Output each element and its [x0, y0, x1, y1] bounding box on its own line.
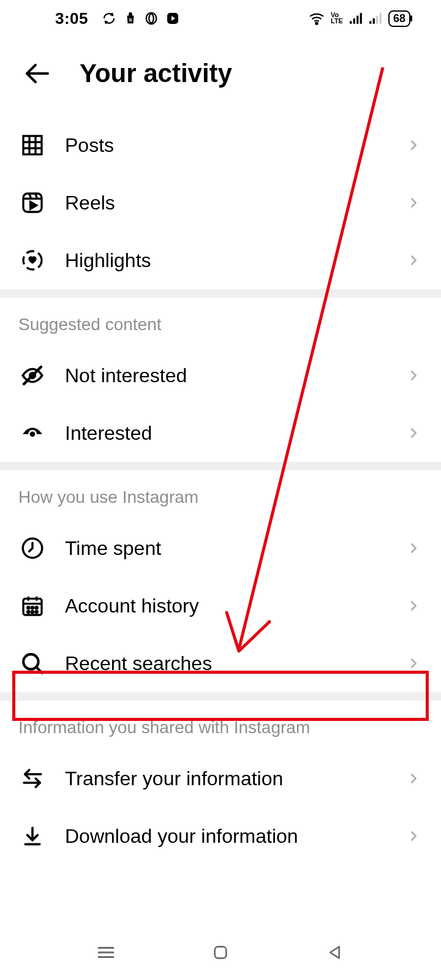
row-label-time-spent: Time spent [65, 537, 386, 560]
svg-point-38 [28, 611, 29, 612]
row-highlights[interactable]: Highlights [0, 232, 441, 289]
status-bar: 3:05 s [0, 0, 441, 37]
section-suggested: Suggested content Not interested Interes… [0, 298, 441, 462]
eye-icon [18, 419, 47, 447]
row-time-spent[interactable]: Time spent [0, 519, 441, 577]
highlights-icon [18, 246, 47, 274]
svg-point-36 [31, 607, 33, 609]
eye-off-icon [18, 361, 47, 390]
battery-icon: 68 [388, 10, 410, 27]
svg-rect-7 [353, 18, 355, 24]
svg-rect-11 [373, 18, 375, 24]
chevron-right-icon [404, 136, 423, 154]
row-download-info[interactable]: Download your information [0, 807, 441, 865]
svg-marker-24 [31, 202, 37, 209]
row-label-account-history: Account history [65, 595, 386, 617]
status-right: VoLTE 68 [309, 10, 410, 27]
calendar-icon [18, 592, 47, 620]
svg-rect-9 [360, 13, 362, 24]
reels-icon [18, 189, 47, 217]
chevron-right-icon [404, 194, 423, 212]
row-label-download: Download your information [65, 825, 386, 848]
screen-header: Your activity [0, 37, 441, 116]
play-app-icon [165, 11, 180, 26]
back-button[interactable] [18, 55, 55, 92]
svg-rect-6 [350, 21, 352, 23]
row-label-reels: Reels [65, 192, 386, 214]
section-header-suggested: Suggested content [0, 298, 441, 347]
row-label-transfer: Transfer your information [65, 767, 386, 790]
row-interested[interactable]: Interested [0, 404, 441, 462]
chevron-right-icon [404, 424, 423, 442]
section-content: Posts Reels Highlights [0, 116, 441, 289]
volte-icon: VoLTE [331, 12, 343, 24]
row-label-posts: Posts [65, 134, 386, 157]
row-label-recent-searches: Recent searches [65, 652, 386, 675]
section-usage: How you use Instagram Time spent Account… [0, 470, 441, 692]
shopping-bag-icon: s [124, 12, 137, 25]
section-divider [0, 692, 441, 701]
section-header-shared: Information you shared with Instagram [0, 701, 441, 750]
chevron-right-icon [404, 769, 423, 788]
nav-back-button[interactable] [320, 937, 350, 968]
page-title: Your activity [80, 59, 232, 88]
row-label-highlights: Highlights [65, 249, 386, 272]
svg-rect-51 [215, 947, 227, 959]
row-posts[interactable]: Posts [0, 116, 441, 174]
wifi-icon [309, 12, 325, 25]
transfer-icon [18, 764, 47, 793]
svg-rect-13 [380, 13, 382, 24]
svg-point-40 [36, 611, 37, 612]
row-recent-searches[interactable]: Recent searches [0, 635, 441, 692]
row-account-history[interactable]: Account history [0, 577, 441, 635]
svg-point-29 [30, 431, 36, 437]
chevron-right-icon [404, 366, 423, 385]
chevron-right-icon [404, 251, 423, 270]
system-nav-bar [0, 925, 441, 980]
svg-text:s: s [129, 17, 132, 23]
chevron-right-icon [404, 539, 423, 557]
battery-percent: 68 [393, 12, 405, 24]
chevron-right-icon [404, 654, 423, 673]
svg-line-42 [36, 667, 42, 673]
download-icon [18, 822, 47, 850]
section-shared: Information you shared with Instagram Tr… [0, 701, 441, 865]
section-header-usage: How you use Instagram [0, 470, 441, 519]
svg-rect-10 [369, 21, 371, 23]
svg-point-5 [315, 23, 317, 24]
clock-icon [18, 534, 47, 562]
status-left: 3:05 s [55, 9, 180, 28]
chevron-right-icon [404, 597, 423, 615]
svg-point-37 [36, 607, 37, 609]
svg-point-2 [149, 14, 153, 23]
row-label-interested: Interested [65, 422, 386, 445]
svg-rect-8 [356, 16, 358, 24]
svg-point-35 [28, 607, 29, 609]
nav-home-button[interactable] [205, 937, 236, 968]
nav-recents-button[interactable] [91, 937, 121, 968]
chevron-right-icon [404, 827, 423, 845]
svg-marker-52 [330, 947, 339, 959]
status-time: 3:05 [55, 9, 88, 28]
row-reels[interactable]: Reels [0, 174, 441, 232]
sync-icon [102, 11, 116, 26]
row-transfer-info[interactable]: Transfer your information [0, 750, 441, 807]
row-label-not-interested: Not interested [65, 364, 386, 387]
svg-rect-15 [23, 136, 42, 154]
signal-2-icon [369, 12, 382, 24]
opera-icon [145, 12, 158, 25]
section-divider [0, 289, 441, 298]
row-not-interested[interactable]: Not interested [0, 347, 441, 404]
section-divider [0, 462, 441, 470]
signal-1-icon [349, 12, 363, 24]
svg-point-39 [31, 611, 33, 612]
svg-rect-12 [376, 16, 378, 24]
grid-icon [18, 131, 47, 159]
search-icon [18, 649, 47, 677]
